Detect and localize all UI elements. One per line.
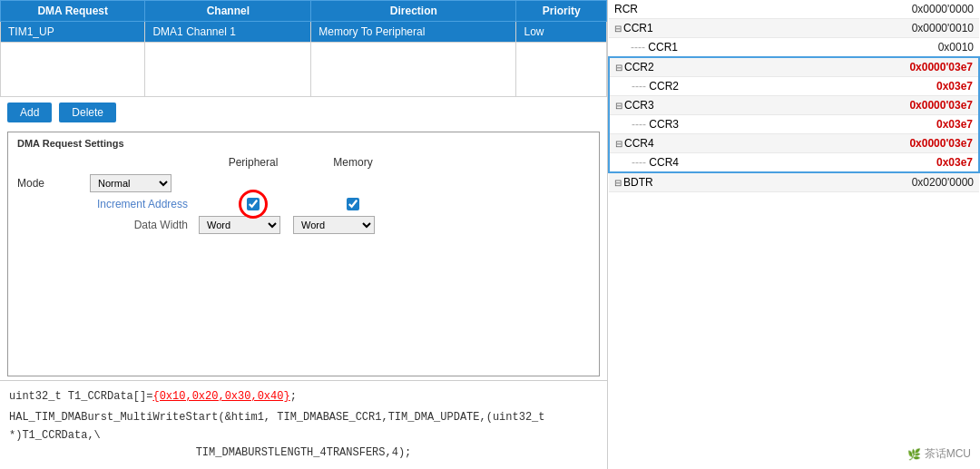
reg-row[interactable]: ⊟CCR30x0000'03e7 (609, 96, 979, 115)
reg-name-text: CCR2 (624, 61, 654, 73)
expand-icon[interactable]: ⊟ (614, 24, 622, 34)
watermark-icon: 🌿 (907, 448, 921, 461)
reg-name-expand: ⊟CCR3 (609, 96, 795, 115)
increment-address-row: Increment Address (17, 198, 590, 210)
col-header-dma-request: DMA Request (1, 1, 145, 22)
left-panel: DMA Request Channel Direction Priority T… (0, 0, 608, 469)
col-headers: Peripheral Memory (17, 156, 590, 169)
expand-icon[interactable]: ⊟ (615, 139, 622, 149)
reg-name-text: CCR4 (624, 137, 654, 150)
code-line1-prefix: uint32_t T1_CCRData[]= (9, 390, 152, 403)
reg-row[interactable]: ⊟CCR40x0000'03e7 (609, 134, 979, 153)
cell-priority: Low (516, 22, 607, 43)
reg-name-text: CCR3 (649, 118, 679, 131)
reg-name-text: CCR2 (649, 80, 679, 93)
cell-channel: DMA1 Channel 1 (145, 22, 311, 43)
reg-row[interactable]: ⊟CCR20x0000'03e7 (609, 57, 979, 77)
reg-name-indent: ---- CCR2 (609, 77, 795, 96)
reg-name-text: CCR4 (649, 156, 679, 169)
data-width-memory-select[interactable]: Byte Half Word Word (293, 216, 375, 234)
memory-increment-checkbox[interactable] (347, 198, 359, 210)
col-header-channel: Channel (145, 1, 311, 22)
reg-name-text: CCR1 (623, 22, 653, 34)
reg-value-text: 0x0000'03e7 (795, 57, 980, 77)
expand-icon[interactable]: ⊟ (615, 101, 622, 111)
mode-select[interactable]: Normal Circular (90, 174, 172, 192)
code-line2: HAL_TIM_DMABurst_MultiWriteStart(&htim1,… (9, 409, 598, 444)
reg-row[interactable]: ⊟CCR10x0000'0010 (609, 19, 979, 38)
dma-table: DMA Request Channel Direction Priority T… (0, 0, 607, 97)
right-panel: RCR0x0000'0000⊟CCR10x0000'0010---- CCR10… (608, 0, 980, 469)
reg-row[interactable]: ---- CCR10x0010 (609, 38, 979, 58)
data-width-label: Data Width (17, 219, 199, 231)
button-row: Add Delete (0, 97, 607, 128)
reg-name-indent: ---- CCR4 (609, 153, 795, 173)
data-width-peripheral-select[interactable]: Byte Half Word Word (199, 216, 280, 234)
reg-name-expand: RCR (609, 0, 795, 19)
col-header-peripheral: Peripheral (199, 156, 308, 169)
reg-name-text: CCR1 (648, 41, 678, 54)
settings-group: DMA Request Settings Peripheral Memory M… (7, 132, 600, 376)
reg-value-text: 0x0000'0000 (795, 0, 980, 19)
main-container: DMA Request Channel Direction Priority T… (0, 0, 980, 469)
data-width-row: Data Width Byte Half Word Word Byte Half… (17, 216, 590, 234)
reg-name-text: BDTR (623, 176, 653, 189)
watermark-text: 茶话MCU (925, 446, 971, 462)
reg-name-indent: ---- CCR1 (609, 38, 795, 58)
reg-row[interactable]: ---- CCR20x03e7 (609, 77, 979, 96)
delete-button[interactable]: Delete (59, 103, 116, 122)
cell-dma: TIM1_UP (1, 22, 145, 43)
reg-name-expand: ⊟CCR2 (609, 57, 795, 77)
peripheral-increment-checkbox[interactable] (247, 198, 260, 210)
settings-inner: Peripheral Memory Mode Normal Circular I… (17, 156, 590, 234)
reg-name-expand: ⊟BDTR (609, 172, 795, 192)
settings-title: DMA Request Settings (17, 138, 590, 149)
reg-value-text: 0x0000'0010 (795, 19, 980, 38)
peripheral-increment-checkbox-cell (199, 198, 308, 210)
mode-label: Mode (17, 177, 90, 190)
code-line1: uint32_t T1_CCRData[]={0x10,0x20,0x30,0x… (9, 388, 598, 405)
expand-icon[interactable]: ⊟ (615, 63, 622, 73)
code-line1-suffix: ; (290, 390, 297, 403)
reg-value-text: 0x0200'0000 (795, 172, 980, 192)
reg-row[interactable]: ---- CCR40x03e7 (609, 153, 979, 173)
reg-name-expand: ⊟CCR4 (609, 134, 795, 153)
reg-row[interactable]: ⊟BDTR0x0200'0000 (609, 172, 979, 192)
cell-direction: Memory To Peripheral (311, 22, 516, 43)
memory-increment-checkbox-cell (308, 198, 398, 210)
reg-value-text: 0x0010 (795, 38, 980, 58)
expand-icon[interactable]: ⊟ (614, 178, 622, 188)
table-empty-row (1, 43, 607, 97)
reg-name-expand: ⊟CCR1 (609, 19, 795, 38)
reg-row[interactable]: RCR0x0000'0000 (609, 0, 979, 19)
reg-row[interactable]: ---- CCR30x03e7 (609, 115, 979, 134)
add-button[interactable]: Add (7, 103, 52, 122)
increment-address-label: Increment Address (17, 198, 199, 210)
mode-row: Mode Normal Circular (17, 174, 590, 192)
reg-value-text: 0x03e7 (795, 115, 980, 134)
col-header-direction: Direction (311, 1, 516, 22)
reg-name-text: CCR3 (624, 99, 654, 112)
reg-value-text: 0x0000'03e7 (795, 134, 980, 153)
reg-value-text: 0x0000'03e7 (795, 96, 980, 115)
code-area: uint32_t T1_CCRData[]={0x10,0x20,0x30,0x… (0, 380, 607, 469)
table-row[interactable]: TIM1_UP DMA1 Channel 1 Memory To Periphe… (1, 22, 607, 43)
col-header-priority: Priority (516, 1, 607, 22)
reg-name-indent: ---- CCR3 (609, 115, 795, 134)
code-line3: TIM_DMABURSTLENGTH_4TRANSFERS,4); (9, 445, 598, 462)
register-table: RCR0x0000'0000⊟CCR10x0000'0010---- CCR10… (608, 0, 980, 192)
reg-value-text: 0x03e7 (795, 153, 980, 173)
watermark: 🌿 茶话MCU (907, 446, 971, 462)
reg-value-text: 0x03e7 (795, 77, 980, 96)
col-header-memory: Memory (308, 156, 398, 169)
reg-name-text: RCR (614, 3, 638, 15)
code-line1-highlight: {0x10,0x20,0x30,0x40} (152, 390, 289, 403)
